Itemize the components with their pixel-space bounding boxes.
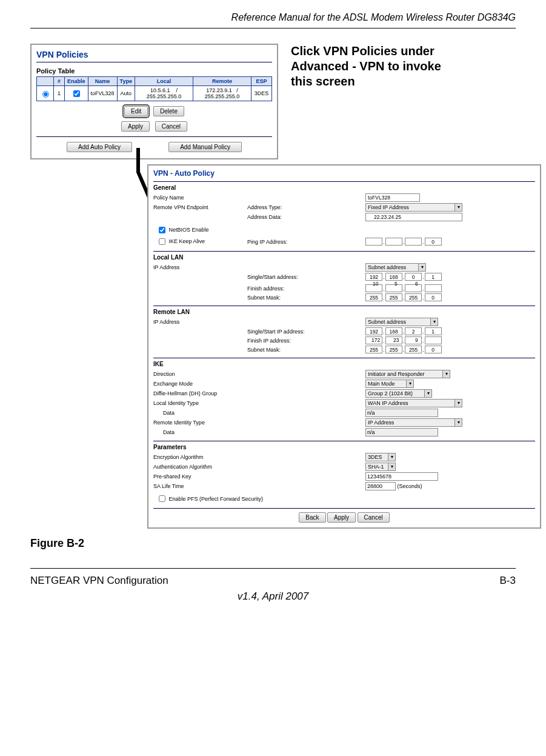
vpn-auto-policy-panel: VPN - Auto Policy General Policy Name to… — [147, 164, 541, 529]
ls-o3[interactable] — [405, 273, 422, 281]
ping-o1[interactable] — [365, 238, 382, 246]
remote-ip-mode-select[interactable]: Subnet address — [365, 318, 438, 326]
rs-o1[interactable] — [365, 327, 382, 335]
dh-label: Diffie-Hellman (DH) Group — [153, 390, 365, 396]
lf-o2[interactable] — [385, 284, 402, 292]
dh-select[interactable]: Group 2 (1024 Bit) — [365, 389, 432, 398]
auto-cancel-button[interactable]: Cancel — [358, 512, 390, 523]
delete-button[interactable]: Delete — [153, 106, 184, 116]
exchange-value: Main Mode — [368, 381, 395, 387]
cell-remote: 172.23.9.1 / 255.255.255.0 — [193, 86, 251, 101]
page-version: v1.4, April 2007 — [30, 590, 516, 603]
rf-o1[interactable] — [365, 336, 382, 344]
remote-id-type-value: IP Address — [368, 420, 394, 426]
exchange-label: Exchange Mode — [153, 381, 365, 387]
lf-o4[interactable] — [425, 284, 442, 292]
cell-name: toFVL328 — [88, 86, 117, 101]
address-type-select[interactable]: Fixed IP Address — [365, 203, 462, 212]
direction-select[interactable]: Initiator and Responder — [365, 370, 450, 378]
address-data-input[interactable] — [365, 213, 462, 221]
add-auto-policy-button[interactable]: Add Auto Policy — [67, 142, 132, 152]
remote-data-input[interactable] — [365, 428, 438, 437]
ping-o2[interactable] — [385, 238, 402, 246]
exchange-select[interactable]: Main Mode — [365, 380, 414, 388]
cancel-button[interactable]: Cancel — [155, 121, 187, 132]
psk-input[interactable] — [365, 472, 438, 481]
lm-o3[interactable] — [405, 293, 422, 301]
add-manual-policy-button[interactable]: Add Manual Policy — [168, 142, 242, 152]
lf-o1[interactable] — [365, 284, 382, 292]
local-id-type-select[interactable]: WAN IP Address — [365, 399, 462, 407]
th-esp: ESP — [251, 77, 272, 86]
remote-mask-label: Subnet Mask: — [247, 347, 365, 353]
local-finish-label: Finish address: — [247, 286, 365, 292]
figure-label: Figure B-2 — [30, 537, 516, 550]
rs-o4[interactable] — [425, 327, 442, 335]
local-id-type-label: Local Identity Type — [153, 400, 365, 406]
remote-mask-ip: . . . — [365, 346, 442, 353]
rm-o4[interactable] — [425, 346, 442, 353]
remote-single-ip: . . . — [365, 327, 442, 335]
ping-o3[interactable] — [405, 238, 422, 246]
vpn-policies-panel: VPN Policies Policy Table # Enable Name … — [30, 44, 278, 159]
rs-o3[interactable] — [405, 327, 422, 335]
auto-panel-title: VPN - Auto Policy — [153, 169, 535, 178]
row-select-radio[interactable] — [42, 91, 49, 98]
back-button[interactable]: Back — [299, 512, 325, 523]
lf-o3[interactable] — [405, 284, 422, 292]
policy-name-input[interactable] — [365, 193, 420, 202]
rf-o2[interactable] — [385, 336, 402, 344]
sa-label: SA Life Time — [153, 483, 365, 489]
cell-remote-2: / — [236, 87, 238, 93]
enc-value: 3DES — [368, 454, 382, 460]
th-remote: Remote — [193, 77, 251, 86]
ike-keepalive-checkbox[interactable] — [159, 238, 165, 245]
lm-o2[interactable] — [385, 293, 402, 301]
remote-finish-label: Finish IP address: — [247, 338, 365, 344]
auth-select[interactable]: SHA-1 — [365, 463, 396, 471]
netbios-label: NetBIOS Enable — [169, 227, 209, 233]
local-single-ip: . . . — [365, 273, 442, 281]
enc-select[interactable]: 3DES — [365, 453, 396, 461]
ls-o1[interactable] — [365, 273, 382, 281]
ike-keepalive-label: IKE Keep Alive — [169, 238, 205, 244]
section-head-params: Parameters — [153, 444, 535, 450]
auth-label: Authentication Algorithm — [153, 464, 365, 470]
table-header-row: # Enable Name Type Local Remote ESP — [37, 77, 272, 86]
edit-button[interactable]: Edit — [124, 106, 148, 116]
ls-o2[interactable] — [385, 273, 402, 281]
th-name: Name — [88, 77, 117, 86]
cell-remote-3: 255.255.255.0 — [205, 93, 240, 99]
netbios-checkbox[interactable] — [159, 227, 165, 233]
rf-o3[interactable] — [405, 336, 422, 344]
section-head-local: Local LAN — [153, 254, 535, 261]
rm-o3[interactable] — [405, 346, 422, 353]
rm-o1[interactable] — [365, 346, 382, 353]
local-data-input[interactable] — [365, 409, 438, 417]
section-head-general: General — [153, 184, 535, 191]
callout-l3: this screen — [291, 74, 441, 89]
rm-o2[interactable] — [385, 346, 402, 353]
direction-value: Initiator and Responder — [368, 371, 425, 377]
pfs-checkbox[interactable] — [159, 495, 165, 502]
cell-remote-1: 172.23.9.1 — [206, 87, 232, 93]
address-type-label: Address Type: — [247, 204, 365, 210]
local-ip-mode-select[interactable]: Subnet address — [365, 263, 426, 272]
th-idx: # — [54, 77, 65, 86]
lm-o1[interactable] — [365, 293, 382, 301]
lm-o4[interactable] — [425, 293, 442, 301]
page-footer: NETGEAR VPN Configuration B-3 — [30, 575, 516, 587]
rf-o4[interactable] — [425, 336, 442, 344]
ping-o4[interactable] — [425, 238, 442, 246]
apply-button[interactable]: Apply — [121, 121, 150, 132]
auto-apply-button[interactable]: Apply — [327, 512, 356, 523]
ls-o4[interactable] — [425, 273, 442, 281]
remote-id-type-select[interactable]: IP Address — [365, 418, 462, 427]
sa-input[interactable] — [365, 482, 396, 490]
rs-o2[interactable] — [385, 327, 402, 335]
dropdown-caret-icon — [424, 390, 431, 397]
enable-checkbox[interactable] — [73, 90, 80, 97]
auth-value: SHA-1 — [368, 464, 384, 470]
table-row[interactable]: 1 toFVL328 Auto 10.5.6.1 / 255.255.255.0… — [37, 86, 272, 101]
dropdown-caret-icon — [454, 400, 462, 407]
